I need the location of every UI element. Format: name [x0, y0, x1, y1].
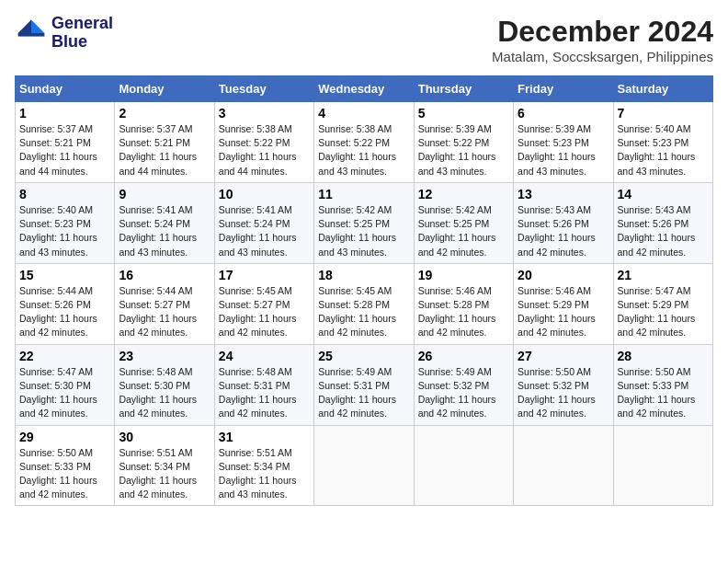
calendar-day-cell: 8Sunrise: 5:40 AMSunset: 5:23 PMDaylight…	[16, 182, 115, 263]
day-info: Sunrise: 5:37 AMSunset: 5:21 PMDaylight:…	[19, 122, 110, 178]
day-number: 6	[518, 106, 609, 121]
day-number: 8	[19, 187, 110, 201]
day-number: 23	[119, 349, 210, 363]
day-number: 29	[19, 430, 110, 444]
day-number: 13	[518, 187, 609, 201]
calendar-title: December 2024	[492, 15, 713, 49]
calendar-day-cell	[314, 425, 414, 506]
weekday-header-monday: Monday	[115, 76, 214, 102]
calendar-day-cell	[414, 425, 513, 506]
calendar-day-cell: 5Sunrise: 5:39 AMSunset: 5:22 PMDaylight…	[414, 102, 513, 183]
calendar-day-cell: 21Sunrise: 5:47 AMSunset: 5:29 PMDayligh…	[613, 263, 712, 344]
calendar-day-cell	[514, 425, 613, 506]
weekday-header-sunday: Sunday	[16, 76, 115, 102]
calendar-week-row: 8Sunrise: 5:40 AMSunset: 5:23 PMDaylight…	[16, 182, 713, 263]
day-number: 14	[618, 187, 709, 201]
day-info: Sunrise: 5:40 AMSunset: 5:23 PMDaylight:…	[19, 203, 110, 259]
day-info: Sunrise: 5:47 AMSunset: 5:30 PMDaylight:…	[19, 365, 110, 421]
calendar-day-cell: 16Sunrise: 5:44 AMSunset: 5:27 PMDayligh…	[115, 263, 214, 344]
weekday-header-wednesday: Wednesday	[314, 76, 414, 102]
day-info: Sunrise: 5:41 AMSunset: 5:24 PMDaylight:…	[119, 203, 210, 259]
day-number: 17	[219, 268, 310, 282]
calendar-day-cell: 28Sunrise: 5:50 AMSunset: 5:33 PMDayligh…	[613, 344, 712, 425]
weekday-header-saturday: Saturday	[613, 76, 712, 102]
calendar-day-cell: 26Sunrise: 5:49 AMSunset: 5:32 PMDayligh…	[414, 344, 513, 425]
calendar-day-cell: 6Sunrise: 5:39 AMSunset: 5:23 PMDaylight…	[514, 102, 613, 183]
svg-rect-2	[18, 33, 45, 37]
calendar-day-cell: 15Sunrise: 5:44 AMSunset: 5:26 PMDayligh…	[16, 263, 115, 344]
day-number: 5	[418, 106, 509, 121]
day-info: Sunrise: 5:39 AMSunset: 5:22 PMDaylight:…	[418, 122, 509, 178]
calendar-day-cell: 14Sunrise: 5:43 AMSunset: 5:26 PMDayligh…	[613, 182, 712, 263]
day-number: 11	[318, 187, 409, 201]
calendar-day-cell: 30Sunrise: 5:51 AMSunset: 5:34 PMDayligh…	[115, 425, 214, 506]
weekday-header-row: SundayMondayTuesdayWednesdayThursdayFrid…	[16, 76, 713, 102]
day-number: 28	[618, 349, 709, 363]
day-info: Sunrise: 5:40 AMSunset: 5:23 PMDaylight:…	[618, 122, 709, 178]
calendar-subtitle: Matalam, Soccsksargen, Philippines	[492, 49, 713, 64]
day-info: Sunrise: 5:41 AMSunset: 5:24 PMDaylight:…	[219, 203, 310, 259]
day-number: 9	[119, 187, 210, 201]
calendar-day-cell: 1Sunrise: 5:37 AMSunset: 5:21 PMDaylight…	[16, 102, 115, 183]
calendar-day-cell: 7Sunrise: 5:40 AMSunset: 5:23 PMDaylight…	[613, 102, 712, 183]
calendar-week-row: 1Sunrise: 5:37 AMSunset: 5:21 PMDaylight…	[16, 102, 713, 183]
day-info: Sunrise: 5:46 AMSunset: 5:28 PMDaylight:…	[418, 284, 509, 340]
calendar-day-cell: 9Sunrise: 5:41 AMSunset: 5:24 PMDaylight…	[115, 182, 214, 263]
weekday-header-thursday: Thursday	[414, 76, 513, 102]
day-info: Sunrise: 5:49 AMSunset: 5:32 PMDaylight:…	[418, 365, 509, 421]
logo-line1: General	[51, 15, 113, 33]
day-number: 31	[219, 430, 310, 444]
day-info: Sunrise: 5:42 AMSunset: 5:25 PMDaylight:…	[418, 203, 509, 259]
calendar-day-cell: 27Sunrise: 5:50 AMSunset: 5:32 PMDayligh…	[514, 344, 613, 425]
day-info: Sunrise: 5:44 AMSunset: 5:27 PMDaylight:…	[119, 284, 210, 340]
calendar-week-row: 15Sunrise: 5:44 AMSunset: 5:26 PMDayligh…	[16, 263, 713, 344]
day-info: Sunrise: 5:50 AMSunset: 5:32 PMDaylight:…	[518, 365, 609, 421]
calendar-day-cell: 3Sunrise: 5:38 AMSunset: 5:22 PMDaylight…	[214, 102, 313, 183]
page-header: General Blue December 2024 Matalam, Socc…	[15, 15, 713, 64]
calendar-day-cell: 31Sunrise: 5:51 AMSunset: 5:34 PMDayligh…	[214, 425, 313, 506]
day-number: 3	[219, 106, 310, 121]
calendar-day-cell: 23Sunrise: 5:48 AMSunset: 5:30 PMDayligh…	[115, 344, 214, 425]
calendar-day-cell	[613, 425, 712, 506]
day-number: 16	[119, 268, 210, 282]
calendar-week-row: 22Sunrise: 5:47 AMSunset: 5:30 PMDayligh…	[16, 344, 713, 425]
day-info: Sunrise: 5:43 AMSunset: 5:26 PMDaylight:…	[518, 203, 609, 259]
day-number: 2	[119, 106, 210, 121]
calendar-day-cell: 2Sunrise: 5:37 AMSunset: 5:21 PMDaylight…	[115, 102, 214, 183]
calendar-day-cell: 19Sunrise: 5:46 AMSunset: 5:28 PMDayligh…	[414, 263, 513, 344]
day-info: Sunrise: 5:44 AMSunset: 5:26 PMDaylight:…	[19, 284, 110, 340]
day-info: Sunrise: 5:47 AMSunset: 5:29 PMDaylight:…	[618, 284, 709, 340]
day-info: Sunrise: 5:45 AMSunset: 5:28 PMDaylight:…	[318, 284, 409, 340]
calendar-day-cell: 20Sunrise: 5:46 AMSunset: 5:29 PMDayligh…	[514, 263, 613, 344]
calendar-table: SundayMondayTuesdayWednesdayThursdayFrid…	[15, 75, 713, 506]
calendar-day-cell: 13Sunrise: 5:43 AMSunset: 5:26 PMDayligh…	[514, 182, 613, 263]
day-number: 7	[618, 106, 709, 121]
day-info: Sunrise: 5:49 AMSunset: 5:31 PMDaylight:…	[318, 365, 409, 421]
day-info: Sunrise: 5:38 AMSunset: 5:22 PMDaylight:…	[318, 122, 409, 178]
weekday-header-tuesday: Tuesday	[214, 76, 313, 102]
day-info: Sunrise: 5:42 AMSunset: 5:25 PMDaylight:…	[318, 203, 409, 259]
day-info: Sunrise: 5:38 AMSunset: 5:22 PMDaylight:…	[219, 122, 310, 178]
day-info: Sunrise: 5:39 AMSunset: 5:23 PMDaylight:…	[518, 122, 609, 178]
day-info: Sunrise: 5:48 AMSunset: 5:31 PMDaylight:…	[219, 365, 310, 421]
day-number: 26	[418, 349, 509, 363]
calendar-day-cell: 11Sunrise: 5:42 AMSunset: 5:25 PMDayligh…	[314, 182, 414, 263]
day-info: Sunrise: 5:37 AMSunset: 5:21 PMDaylight:…	[119, 122, 210, 178]
calendar-day-cell: 4Sunrise: 5:38 AMSunset: 5:22 PMDaylight…	[314, 102, 414, 183]
title-block: December 2024 Matalam, Soccsksargen, Phi…	[492, 15, 713, 64]
calendar-day-cell: 25Sunrise: 5:49 AMSunset: 5:31 PMDayligh…	[314, 344, 414, 425]
logo-line2: Blue	[51, 33, 113, 52]
day-number: 10	[219, 187, 310, 201]
logo-icon	[15, 17, 48, 50]
day-number: 18	[318, 268, 409, 282]
calendar-day-cell: 22Sunrise: 5:47 AMSunset: 5:30 PMDayligh…	[16, 344, 115, 425]
calendar-day-cell: 17Sunrise: 5:45 AMSunset: 5:27 PMDayligh…	[214, 263, 313, 344]
day-info: Sunrise: 5:50 AMSunset: 5:33 PMDaylight:…	[19, 446, 110, 502]
day-number: 20	[518, 268, 609, 282]
day-number: 1	[19, 106, 110, 121]
calendar-day-cell: 18Sunrise: 5:45 AMSunset: 5:28 PMDayligh…	[314, 263, 414, 344]
svg-marker-1	[18, 19, 31, 32]
calendar-day-cell: 24Sunrise: 5:48 AMSunset: 5:31 PMDayligh…	[214, 344, 313, 425]
day-number: 19	[418, 268, 509, 282]
day-number: 22	[19, 349, 110, 363]
